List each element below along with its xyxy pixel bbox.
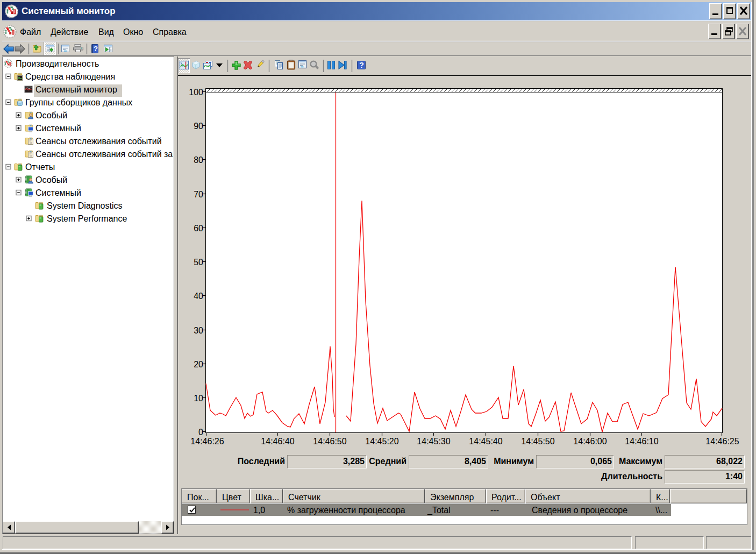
svg-text:?: ? — [94, 45, 98, 53]
svg-text:?: ? — [359, 61, 364, 69]
